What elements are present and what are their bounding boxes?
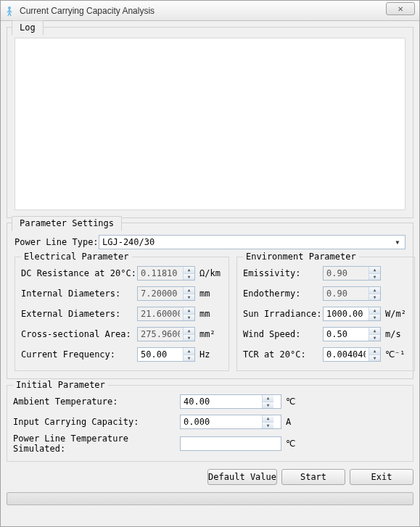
power-line-type-label: Power Line Type:: [15, 237, 99, 247]
emissivity-input: ▲▼: [323, 266, 381, 281]
frequency-unit: Hz: [199, 349, 223, 360]
power-line-type-value: LGJ-240/30: [102, 237, 155, 247]
frequency-input[interactable]: ▲▼: [137, 347, 195, 362]
exit-label: Exit: [371, 472, 392, 482]
simulated-temp-unit: ℃: [286, 439, 309, 449]
cross-section-label: Cross-sectional Area:: [21, 329, 137, 339]
content-area: Log Parameter Settings Power Line Type: …: [1, 21, 419, 526]
close-icon: ✕: [398, 5, 403, 13]
wind-speed-stepper[interactable]: ▲▼: [368, 328, 380, 341]
internal-diam-value: [138, 287, 183, 300]
close-button[interactable]: ✕: [386, 2, 415, 15]
wind-speed-input[interactable]: ▲▼: [323, 327, 381, 341]
ambient-temp-unit: ℃: [286, 397, 309, 407]
default-value-button[interactable]: Default Value: [207, 469, 277, 485]
dc-resistance-label: DC Resistance at 20°C:: [21, 268, 137, 278]
cross-section-stepper: ▲▼: [183, 328, 194, 341]
external-diam-unit: mm: [199, 309, 223, 319]
dc-resistance-input: ▲▼: [137, 266, 195, 281]
electrical-parameter-group: Electrical Parameter DC Resistance at 20…: [15, 257, 229, 371]
frequency-value[interactable]: [138, 348, 183, 361]
internal-diam-unit: mm: [199, 289, 223, 299]
simulated-temp-input[interactable]: [180, 436, 281, 451]
tcr-stepper[interactable]: ▲▼: [368, 348, 380, 361]
endothermy-stepper: ▲▼: [368, 287, 380, 300]
tcr-input[interactable]: ▲▼: [323, 347, 381, 362]
external-diam-input: ▲▼: [137, 307, 195, 321]
electrical-legend: Electrical Parameter: [21, 252, 132, 262]
initial-legend: Initial Parameter: [13, 380, 108, 390]
simulated-temp-label: Power Line Temperature Simulated:: [13, 433, 180, 454]
irradiance-stepper[interactable]: ▲▼: [368, 307, 380, 320]
wind-speed-unit: m/s: [385, 329, 408, 339]
emissivity-label: Emissivity:: [243, 268, 323, 278]
irradiance-value[interactable]: [324, 307, 368, 320]
action-buttons: Default Value Start Exit: [7, 469, 413, 485]
tab-params-label: Parameter Settings: [20, 218, 114, 228]
input-capacity-value[interactable]: [181, 415, 262, 428]
cross-section-unit: mm²: [199, 329, 223, 339]
exit-button[interactable]: Exit: [350, 469, 413, 485]
external-diam-label: External Diameters:: [21, 309, 137, 319]
power-line-type-select[interactable]: LGJ-240/30 ▼: [99, 235, 405, 249]
ambient-temp-input[interactable]: ▲▼: [180, 394, 281, 409]
emissivity-stepper: ▲▼: [368, 267, 380, 280]
progress-bar: [7, 492, 413, 505]
dc-resistance-stepper: ▲▼: [183, 267, 194, 280]
svg-line-5: [9, 12, 11, 16]
cross-section-input: ▲▼: [137, 327, 195, 341]
ambient-temp-stepper[interactable]: ▲▼: [262, 395, 273, 408]
cross-section-value: [138, 328, 183, 341]
emissivity-value: [324, 267, 368, 280]
app-window: Current Carrying Capacity Analysis ✕ Log…: [0, 0, 420, 527]
chevron-down-icon: ▼: [392, 236, 403, 248]
frequency-label: Current Frequency:: [21, 349, 137, 360]
internal-diam-stepper: ▲▼: [183, 287, 194, 300]
irradiance-label: Sun Irradiance:: [243, 309, 323, 319]
log-textarea[interactable]: [15, 38, 405, 210]
log-panel: Log: [7, 27, 413, 218]
input-capacity-label: Input Carrying Capacity:: [13, 417, 180, 427]
internal-diam-input: ▲▼: [137, 286, 195, 301]
start-label: Start: [300, 472, 326, 482]
wind-speed-label: Wind Speed:: [243, 329, 323, 339]
tab-parameter-settings[interactable]: Parameter Settings: [12, 216, 122, 231]
endothermy-label: Endothermy:: [243, 289, 323, 299]
frequency-stepper[interactable]: ▲▼: [183, 348, 194, 361]
external-diam-value: [138, 307, 183, 320]
endothermy-value: [324, 287, 368, 300]
endothermy-input: ▲▼: [323, 286, 381, 301]
tab-log[interactable]: Log: [12, 20, 44, 36]
titlebar: Current Carrying Capacity Analysis ✕: [1, 1, 419, 21]
input-capacity-stepper[interactable]: ▲▼: [262, 415, 273, 428]
dc-resistance-value: [138, 267, 183, 280]
log-tab-header: Log: [12, 20, 44, 36]
initial-parameter-group: Initial Parameter Ambient Temperature: ▲…: [7, 385, 413, 462]
parameter-settings-panel: Parameter Settings Power Line Type: LGJ-…: [7, 223, 413, 379]
window-title: Current Carrying Capacity Analysis: [20, 6, 155, 16]
default-value-label: Default Value: [208, 472, 276, 482]
tcr-unit: ℃⁻¹: [385, 349, 408, 360]
external-diam-stepper: ▲▼: [183, 307, 194, 320]
environment-legend: Environment Parameter: [243, 252, 359, 262]
tcr-label: TCR at 20°C:: [243, 349, 323, 360]
tcr-value[interactable]: [324, 348, 368, 361]
ambient-temp-value[interactable]: [181, 395, 262, 408]
input-capacity-unit: A: [286, 417, 309, 427]
internal-diam-label: Internal Diameters:: [21, 289, 137, 299]
wind-speed-value[interactable]: [324, 328, 368, 341]
power-line-type-row: Power Line Type: LGJ-240/30 ▼: [15, 235, 405, 249]
environment-parameter-group: Environment Parameter Emissivity: ▲▼ End…: [236, 257, 415, 371]
tab-log-label: Log: [20, 22, 36, 33]
dc-resistance-unit: Ω/km: [199, 268, 223, 278]
param-tab-header: Parameter Settings: [12, 216, 122, 231]
irradiance-input[interactable]: ▲▼: [323, 307, 381, 321]
ambient-temp-label: Ambient Temperature:: [13, 397, 180, 407]
irradiance-unit: W/m²: [385, 309, 408, 319]
input-capacity-input[interactable]: ▲▼: [180, 415, 281, 429]
app-icon: [4, 5, 15, 17]
svg-point-0: [8, 7, 11, 9]
start-button[interactable]: Start: [281, 469, 345, 485]
